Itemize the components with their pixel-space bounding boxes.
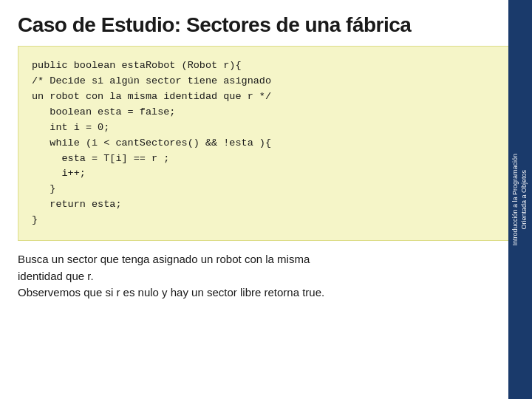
description-line2: identidad que r. [18, 270, 94, 282]
description-line3: Observemos que si r es nulo y hay un sec… [18, 286, 324, 299]
code-block: public boolean estaRobot (Robot r){ /* D… [18, 46, 532, 241]
description-text: Busca un sector que tenga asignado un ro… [18, 251, 532, 301]
main-content: public boolean estaRobot (Robot r){ /* D… [0, 46, 532, 393]
sidebar-text: Introducción a la ProgramaciónOrientada … [511, 154, 528, 246]
slide-title: Caso de Estudio: Sectores de una fábrica [18, 13, 514, 37]
code-area: public boolean estaRobot (Robot r){ /* D… [18, 46, 532, 393]
description-line1: Busca un sector que tenga asignado un ro… [18, 253, 310, 265]
sidebar: Introducción a la ProgramaciónOrientada … [508, 0, 532, 399]
title-area: Caso de Estudio: Sectores de una fábrica [0, 0, 532, 46]
slide-container: Caso de Estudio: Sectores de una fábrica… [0, 0, 532, 399]
